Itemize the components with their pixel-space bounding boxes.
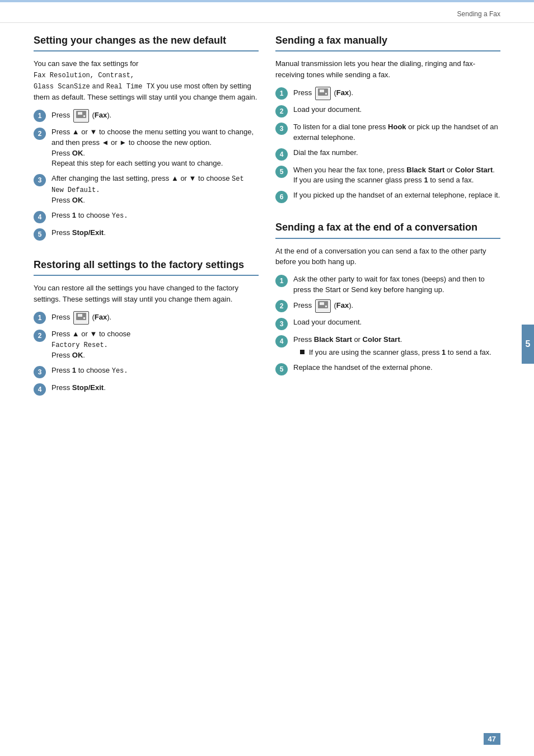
fax-button-icon <box>73 109 89 123</box>
step-item: 1 Ask the other party to wait for fax to… <box>275 274 500 295</box>
step-text-4: Dial the fax number. <box>293 148 500 158</box>
step-item: 4 Dial the fax number. <box>275 148 500 161</box>
section2-divider <box>34 275 259 276</box>
step-circle-1: 1 <box>34 110 46 122</box>
step-item: 4 Press Black Start or Color Start. If y… <box>275 335 500 358</box>
step-text-2: Press ▲ or ▼ to choose the menu setting … <box>51 127 259 169</box>
step-item: 2 Press ▲ or ▼ to choose the menu settin… <box>34 127 259 169</box>
step-item: 5 Replace the handset of the external ph… <box>275 363 500 375</box>
step-text-2: Press ▲ or ▼ to choose Factory Reset. Pr… <box>51 329 259 361</box>
top-bar <box>0 0 534 2</box>
step-text-3: After changing the last setting, press ▲… <box>51 173 259 206</box>
step-circle-2: 2 <box>275 105 288 118</box>
svg-rect-11 <box>325 306 327 307</box>
step-item: 1 Press (Fax). <box>34 109 259 123</box>
sub-bullet-text: If you are using the scanner glass, pres… <box>309 348 491 358</box>
step-circle-1: 1 <box>275 275 288 287</box>
step-circle-3: 3 <box>275 318 288 330</box>
step-text-3: Press 1 to choose Yes. <box>51 365 259 376</box>
section-send-fax-end-conversation: Sending a fax at the end of a conversati… <box>275 221 500 375</box>
main-content: Setting your changes as the new default … <box>0 23 534 425</box>
section-restore-factory: Restoring all settings to the factory se… <box>34 259 259 396</box>
step-circle-2: 2 <box>34 330 46 342</box>
step-circle-2: 2 <box>275 300 288 312</box>
step-circle-5: 5 <box>275 363 288 375</box>
spacer <box>275 210 500 221</box>
chapter-tab: 5 <box>522 325 534 364</box>
step-text-1: Press (Fax). <box>293 87 500 100</box>
step-circle-4: 4 <box>34 383 46 396</box>
step-text-5: When you hear the fax tone, press Black … <box>293 165 500 186</box>
step-text-3: To listen for a dial tone press Hook or … <box>293 122 500 143</box>
step-item: 5 When you hear the fax tone, press Blac… <box>275 165 500 186</box>
right-section1-divider <box>275 50 500 51</box>
step-text-5: Press Stop/Exit. <box>51 228 259 238</box>
page-header: Sending a Fax <box>0 0 534 23</box>
right-section2-intro: At the end of a conversation you can sen… <box>275 246 500 267</box>
section1-intro: You can save the fax settings for Fax Re… <box>34 58 259 102</box>
step-circle-1: 1 <box>275 87 288 100</box>
fax-button-icon <box>315 299 331 313</box>
left-column: Setting your changes as the new default … <box>34 34 259 402</box>
step-circle-1: 1 <box>34 312 46 324</box>
step-text-6: If you picked up the handset of an exter… <box>293 190 500 201</box>
step-circle-4: 4 <box>275 148 288 161</box>
section1-divider <box>34 50 259 51</box>
step-item: 5 Press Stop/Exit. <box>34 228 259 241</box>
step-item: 3 Load your document. <box>275 317 500 330</box>
step-circle-3: 3 <box>34 174 46 186</box>
section-setting-default: Setting your changes as the new default … <box>34 34 259 241</box>
section1-steps: 1 Press (Fax). 2 Press ▲ or ▼ to choose … <box>34 109 259 241</box>
right-section1-steps: 1 Press (Fax). 2 Load your document. 3 <box>275 87 500 203</box>
step-text-1: Ask the other party to wait for fax tone… <box>293 274 500 295</box>
header-title: Sending a Fax <box>457 10 500 18</box>
bullet-square <box>300 350 305 354</box>
section1-title: Setting your changes as the new default <box>34 34 259 47</box>
step-item: 1 Press (Fax). <box>34 311 259 325</box>
right-section1-title: Sending a fax manually <box>275 34 500 47</box>
step-text-1: Press (Fax). <box>51 109 259 123</box>
step-circle-4: 4 <box>34 211 46 223</box>
right-section1-intro: Manual transmission lets you hear the di… <box>275 58 500 80</box>
step-circle-5: 5 <box>34 228 46 241</box>
page-container: Sending a Fax 5 Setting your changes as … <box>0 0 534 756</box>
step-text-2: Load your document. <box>293 105 500 115</box>
spacer <box>34 247 259 259</box>
step-item: 3 Press 1 to choose Yes. <box>34 365 259 378</box>
section2-intro: You can restore all the settings you hav… <box>34 283 259 304</box>
svg-rect-8 <box>325 93 327 95</box>
step-circle-2: 2 <box>34 128 46 140</box>
step-item: 3 To listen for a dial tone press Hook o… <box>275 122 500 143</box>
step-text-1: Press (Fax). <box>51 311 259 325</box>
right-column: Sending a fax manually Manual transmissi… <box>275 34 500 402</box>
step-item: 2 Load your document. <box>275 105 500 118</box>
step-item: 2 Press (Fax). <box>275 299 500 313</box>
right-section2-divider <box>275 238 500 239</box>
svg-rect-1 <box>78 112 82 115</box>
step-item: 2 Press ▲ or ▼ to choose Factory Reset. … <box>34 329 259 361</box>
step-circle-5: 5 <box>275 166 288 178</box>
section2-steps: 1 Press (Fax). 2 Press ▲ or ▼ to choose … <box>34 311 259 396</box>
right-section2-title: Sending a fax at the end of a conversati… <box>275 221 500 234</box>
fax-button-icon <box>73 311 89 325</box>
svg-rect-2 <box>83 115 85 117</box>
sub-bullet: If you are using the scanner glass, pres… <box>300 348 500 358</box>
step-text-4: Press Black Start or Color Start. If you… <box>293 335 500 358</box>
step-item: 1 Press (Fax). <box>275 87 500 100</box>
step-circle-3: 3 <box>34 366 46 378</box>
step-item: 4 Press 1 to choose Yes. <box>34 210 259 223</box>
step-item: 3 After changing the last setting, press… <box>34 173 259 206</box>
step-text-2: Press (Fax). <box>293 299 500 313</box>
step-text-3: Load your document. <box>293 317 500 328</box>
fax-button-icon <box>315 87 331 100</box>
step-circle-6: 6 <box>275 191 288 203</box>
step-text-5: Replace the handset of the external phon… <box>293 363 500 373</box>
page-number-area: 47 <box>484 733 500 745</box>
section-send-fax-manually: Sending a fax manually Manual transmissi… <box>275 34 500 203</box>
svg-rect-5 <box>83 317 85 319</box>
step-text-4: Press Stop/Exit. <box>51 383 259 393</box>
step-circle-3: 3 <box>275 123 288 135</box>
svg-rect-4 <box>78 314 82 317</box>
step-text-4: Press 1 to choose Yes. <box>51 210 259 221</box>
step-item: 6 If you picked up the handset of an ext… <box>275 190 500 203</box>
